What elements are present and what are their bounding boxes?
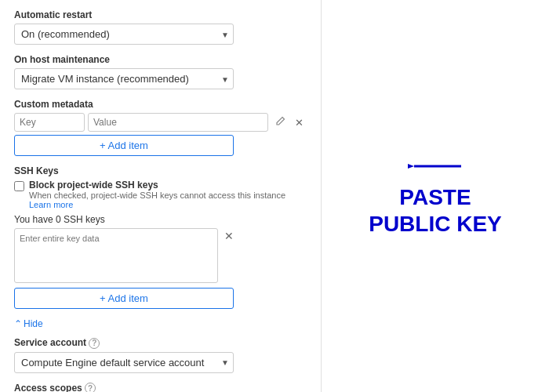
block-ssh-row: Block project-wide SSH keys When checked… <box>14 180 307 209</box>
page-wrapper: Automatic restart On (recommended) ▼ On … <box>0 0 549 392</box>
service-account-label: Service account ? <box>14 337 307 349</box>
metadata-close-btn[interactable]: ✕ <box>292 115 307 130</box>
service-account-wrapper: Compute Engine default service account ▼ <box>14 352 234 373</box>
paste-arrow-row <box>408 154 463 178</box>
block-ssh-desc-text: When checked, project-wide SSH keys cann… <box>29 191 285 200</box>
host-maintenance-select[interactable]: Migrate VM instance (recommended) <box>14 68 234 89</box>
automatic-restart-section: Automatic restart On (recommended) ▼ <box>14 9 307 45</box>
access-scopes-label: Access scopes ? <box>14 383 307 393</box>
metadata-value-input[interactable] <box>88 113 268 132</box>
custom-metadata-label: Custom metadata <box>14 99 307 110</box>
right-panel: PASTEPUBLIC KEY <box>322 0 549 392</box>
block-ssh-desc: When checked, project-wide SSH keys cann… <box>29 191 307 209</box>
ssh-key-textarea[interactable] <box>14 228 218 283</box>
hide-link[interactable]: ⌃ Hide <box>14 318 307 329</box>
paste-annotation-block: PASTEPUBLIC KEY <box>369 0 502 392</box>
paste-public-key-text: PASTEPUBLIC KEY <box>369 184 502 237</box>
host-maintenance-wrapper: Migrate VM instance (recommended) ▼ <box>14 68 234 89</box>
block-ssh-checkbox[interactable] <box>14 181 24 191</box>
metadata-key-input[interactable] <box>14 113 85 132</box>
access-scopes-section: Access scopes ? Allow default access All… <box>14 383 307 393</box>
access-scopes-label-text: Access scopes <box>14 383 82 393</box>
service-account-select[interactable]: Compute Engine default service account <box>14 352 234 373</box>
host-maintenance-label: On host maintenance <box>14 54 307 65</box>
custom-metadata-section: Custom metadata ✕ + Add item <box>14 99 307 156</box>
ssh-keys-title: SSH Keys <box>14 165 307 176</box>
ssh-keys-section: SSH Keys Block project-wide SSH keys Whe… <box>14 165 307 309</box>
hide-link-text: Hide <box>24 318 43 329</box>
metadata-add-item-button[interactable]: + Add item <box>14 135 234 156</box>
service-account-info-icon[interactable]: ? <box>89 338 100 349</box>
chevron-up-icon: ⌃ <box>14 318 22 329</box>
metadata-row: ✕ <box>14 113 307 132</box>
automatic-restart-label: Automatic restart <box>14 9 307 20</box>
ssh-close-button[interactable]: ✕ <box>223 228 235 244</box>
access-scopes-info-icon[interactable]: ? <box>85 383 96 392</box>
ssh-add-item-button[interactable]: + Add item <box>14 288 234 309</box>
learn-more-link[interactable]: Learn more <box>29 200 73 209</box>
edit-icon <box>274 116 285 127</box>
service-account-section: Service account ? Compute Engine default… <box>14 337 307 373</box>
left-panel: Automatic restart On (recommended) ▼ On … <box>0 0 322 392</box>
block-ssh-label: Block project-wide SSH keys <box>29 180 307 191</box>
automatic-restart-select[interactable]: On (recommended) <box>14 24 234 45</box>
ssh-count-text: You have 0 SSH keys <box>14 214 307 225</box>
ssh-input-row: ✕ <box>14 228 307 283</box>
host-maintenance-section: On host maintenance Migrate VM instance … <box>14 54 307 89</box>
block-ssh-label-group: Block project-wide SSH keys When checked… <box>29 180 307 209</box>
metadata-edit-icon-btn[interactable] <box>271 114 289 131</box>
automatic-restart-wrapper: On (recommended) ▼ <box>14 24 234 45</box>
service-account-label-text: Service account <box>14 337 86 348</box>
paste-arrow-icon <box>408 154 463 178</box>
